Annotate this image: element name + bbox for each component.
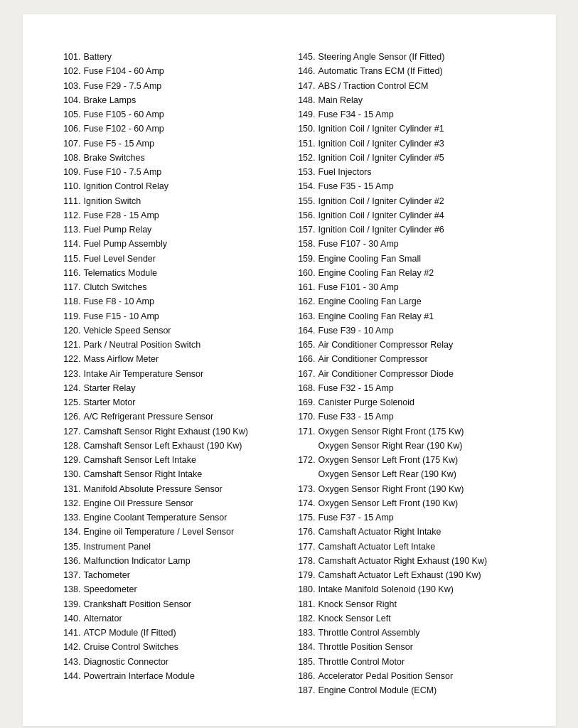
- item-label: Instrument Panel: [84, 540, 286, 554]
- list-item: 130.Camshaft Sensor Right Intake: [58, 467, 286, 481]
- item-label: Oxygen Sensor Right Rear (190 Kw): [319, 439, 520, 453]
- item-label: Cruise Control Switches: [84, 640, 286, 654]
- item-label: Air Conditioner Compressor Relay: [319, 338, 520, 352]
- item-number: 116.: [58, 266, 81, 280]
- list-item: 101.Battery: [58, 50, 286, 64]
- list-item: 158.Fuse F107 - 30 Amp: [293, 237, 520, 251]
- list-item: 152.Ignition Coil / Igniter Cylinder #5: [293, 151, 520, 165]
- list-item: 126.A/C Refrigerant Pressure Sensor: [58, 410, 286, 424]
- list-item: 112.Fuse F28 - 15 Amp: [58, 208, 286, 223]
- item-number: 142.: [58, 640, 81, 654]
- item-label: Fuse F39 - 10 Amp: [319, 323, 520, 338]
- list-item: 145.Steering Angle Sensor (If Fitted): [293, 50, 520, 64]
- list-item: 146.Automatic Trans ECM (If Fitted): [293, 64, 520, 78]
- item-label: Engine Oil Pressure Sensor: [84, 496, 286, 510]
- list-item: 186.Accelerator Pedal Position Sensor: [293, 669, 520, 683]
- item-label: Ignition Control Relay: [84, 179, 286, 193]
- list-item: 150.Ignition Coil / Igniter Cylinder #1: [293, 122, 520, 136]
- list-item: 119.Fuse F15 - 10 Amp: [58, 309, 286, 323]
- list-item: 114.Fuel Pump Assembly: [58, 237, 286, 251]
- item-label: Brake Lamps: [84, 93, 286, 107]
- item-number: 140.: [58, 611, 81, 626]
- list-item: 116.Telematics Module: [58, 266, 286, 280]
- item-number: 173.: [293, 482, 316, 496]
- item-number: 118.: [58, 294, 81, 309]
- item-label: Battery: [84, 50, 286, 64]
- list-item: Oxygen Sensor Left Rear (190 Kw): [293, 467, 520, 481]
- item-number: 170.: [293, 410, 316, 424]
- list-item: 131.Manifold Absolute Pressure Sensor: [58, 482, 286, 496]
- list-item: 107.Fuse F5 - 15 Amp: [58, 136, 286, 151]
- list-item: 165.Air Conditioner Compressor Relay: [293, 338, 520, 352]
- item-label: Fuse F10 - 7.5 Amp: [84, 165, 286, 179]
- item-number: 106.: [58, 122, 81, 136]
- item-number: 158.: [293, 237, 316, 251]
- item-label: Crankshaft Position Sensor: [84, 597, 286, 611]
- list-item: 144.Powertrain Interface Module: [58, 669, 286, 683]
- list-item: 111.Ignition Switch: [58, 194, 286, 208]
- list-item: 149.Fuse F34 - 15 Amp: [293, 107, 520, 122]
- item-number: 132.: [58, 496, 81, 510]
- list-item: 128.Camshaft Sensor Left Exhaust (190 Kw…: [58, 439, 286, 453]
- item-number: 125.: [58, 395, 81, 410]
- item-label: Fuse F28 - 15 Amp: [84, 208, 286, 223]
- item-label: Engine Cooling Fan Relay #1: [319, 309, 520, 323]
- item-number: 183.: [293, 626, 316, 640]
- list-item: 148.Main Relay: [293, 93, 520, 107]
- list-item: 157.Ignition Coil / Igniter Cylinder #6: [293, 223, 520, 237]
- list-item: 183.Throttle Control Assembly: [293, 626, 520, 640]
- item-number: 138.: [58, 582, 81, 596]
- item-number: 149.: [293, 107, 316, 122]
- item-label: ABS / Traction Control ECM: [319, 79, 520, 93]
- list-item: 171.Oxygen Sensor Right Front (175 Kw): [293, 424, 520, 439]
- item-label: Fuse F33 - 15 Amp: [319, 410, 520, 424]
- item-number: 131.: [58, 482, 81, 496]
- item-number: 108.: [58, 151, 81, 165]
- list-item: 151.Ignition Coil / Igniter Cylinder #3: [293, 136, 520, 151]
- item-number: 167.: [293, 367, 316, 381]
- item-number: 180.: [293, 582, 316, 596]
- item-number: 178.: [293, 554, 316, 568]
- list-item: 179.Camshaft Actuator Left Exhaust (190 …: [293, 568, 520, 582]
- item-label: Fuse F29 - 7.5 Amp: [84, 79, 286, 93]
- list-item: 141.ATCP Module (If Fitted): [58, 626, 286, 640]
- item-label: Knock Sensor Left: [319, 611, 520, 626]
- item-label: Oxygen Sensor Left Rear (190 Kw): [319, 467, 520, 481]
- item-number: 128.: [58, 439, 81, 453]
- item-number: 107.: [58, 136, 81, 151]
- item-label: Fuse F104 - 60 Amp: [84, 64, 286, 78]
- item-label: Powertrain Interface Module: [84, 669, 286, 683]
- item-label: Camshaft Actuator Right Intake: [319, 525, 520, 539]
- item-number: 104.: [58, 93, 81, 107]
- item-number: 148.: [293, 93, 316, 107]
- list-item: 132.Engine Oil Pressure Sensor: [58, 496, 286, 510]
- item-label: Diagnostic Connector: [84, 655, 286, 669]
- item-number: 169.: [293, 395, 316, 410]
- item-number: 121.: [58, 338, 81, 352]
- item-label: Manifold Absolute Pressure Sensor: [84, 482, 286, 496]
- item-number: 119.: [58, 309, 81, 323]
- item-number: 109.: [58, 165, 81, 179]
- list-item: 102.Fuse F104 - 60 Amp: [58, 64, 286, 78]
- item-number: 151.: [293, 136, 316, 151]
- item-number: [293, 439, 316, 453]
- list-item: 133.Engine Coolant Temperature Sensor: [58, 510, 286, 525]
- item-number: 185.: [293, 655, 316, 669]
- left-column: 101.Battery102.Fuse F104 - 60 Amp103.Fus…: [58, 50, 286, 697]
- item-label: Camshaft Actuator Right Exhaust (190 Kw): [319, 554, 520, 568]
- item-number: 129.: [58, 453, 81, 467]
- item-label: Engine Cooling Fan Small: [319, 252, 520, 266]
- item-number: 144.: [58, 669, 81, 683]
- list-item: 105.Fuse F105 - 60 Amp: [58, 107, 286, 122]
- item-number: 103.: [58, 79, 81, 93]
- item-label: Ignition Switch: [84, 194, 286, 208]
- item-label: Park / Neutral Position Switch: [84, 338, 286, 352]
- list-item: 170.Fuse F33 - 15 Amp: [293, 410, 520, 424]
- item-label: Fuel Injectors: [319, 165, 520, 179]
- item-number: 161.: [293, 280, 316, 294]
- item-label: Ignition Coil / Igniter Cylinder #4: [319, 208, 520, 223]
- item-label: Fuse F35 - 15 Amp: [319, 179, 520, 193]
- list-item: 125.Starter Motor: [58, 395, 286, 410]
- list-item: 174.Oxygen Sensor Left Front (190 Kw): [293, 496, 520, 510]
- list-item: 182.Knock Sensor Left: [293, 611, 520, 626]
